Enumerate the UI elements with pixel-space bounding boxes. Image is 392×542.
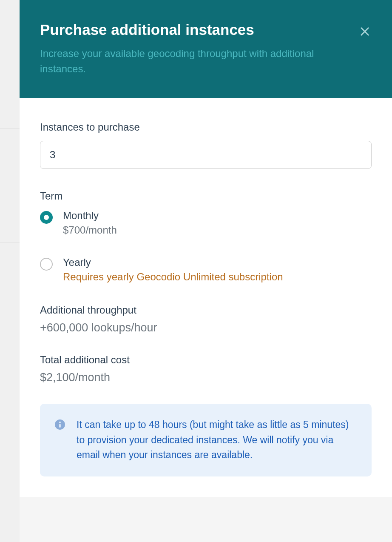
purchase-modal: Purchase additional instances Increase y… bbox=[20, 0, 392, 497]
svg-rect-4 bbox=[59, 424, 60, 428]
info-text: It can take up to 48 hours (but might ta… bbox=[77, 417, 357, 463]
term-option-monthly[interactable]: Monthly $700/month bbox=[40, 210, 372, 236]
close-icon bbox=[359, 26, 371, 37]
throughput-label: Additional throughput bbox=[40, 304, 372, 316]
modal-backdrop bbox=[0, 0, 20, 542]
instances-field-group: Instances to purchase bbox=[40, 121, 372, 169]
term-label: Term bbox=[40, 190, 372, 202]
info-box: It can take up to 48 hours (but might ta… bbox=[40, 404, 372, 476]
modal-header: Purchase additional instances Increase y… bbox=[20, 0, 392, 98]
instances-label: Instances to purchase bbox=[40, 121, 372, 133]
term-option-yearly[interactable]: Yearly Requires yearly Geocodio Unlimite… bbox=[40, 257, 372, 283]
modal-title: Purchase additional instances bbox=[40, 21, 372, 38]
term-option-label: Monthly bbox=[63, 210, 372, 222]
modal-subtitle: Increase your available geocoding throug… bbox=[40, 46, 355, 77]
term-option-label: Yearly bbox=[63, 257, 372, 268]
term-field-group: Term Monthly $700/month Yearly Requires … bbox=[40, 190, 372, 283]
term-option-sublabel: Requires yearly Geocodio Unlimited subsc… bbox=[63, 271, 372, 283]
throughput-value: +600,000 lookups/hour bbox=[40, 321, 372, 334]
cost-value: $2,100/month bbox=[40, 371, 372, 384]
cost-summary: Total additional cost $2,100/month bbox=[40, 354, 372, 384]
term-radio-group: Monthly $700/month Yearly Requires yearl… bbox=[40, 210, 372, 283]
divider bbox=[0, 242, 20, 243]
radio-selected-icon bbox=[40, 211, 53, 224]
term-option-sublabel: $700/month bbox=[63, 224, 372, 236]
radio-content: Yearly Requires yearly Geocodio Unlimite… bbox=[63, 257, 372, 283]
instances-input[interactable] bbox=[40, 141, 372, 169]
throughput-summary: Additional throughput +600,000 lookups/h… bbox=[40, 304, 372, 334]
radio-unselected-icon bbox=[40, 258, 53, 271]
cost-label: Total additional cost bbox=[40, 354, 372, 366]
svg-point-3 bbox=[59, 422, 61, 423]
close-button[interactable] bbox=[358, 25, 372, 38]
info-icon bbox=[54, 419, 65, 430]
radio-content: Monthly $700/month bbox=[63, 210, 372, 236]
divider bbox=[0, 128, 20, 129]
modal-body: Instances to purchase Term Monthly $700/… bbox=[20, 98, 392, 497]
